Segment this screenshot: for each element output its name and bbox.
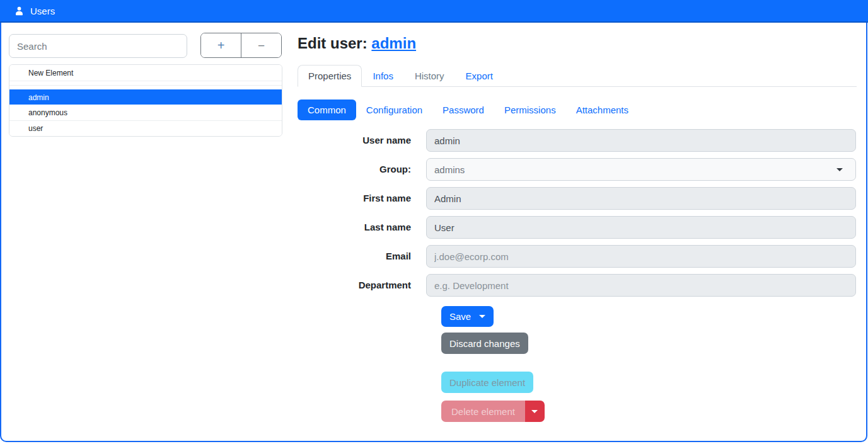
discard-changes-button[interactable]: Discard changes: [441, 333, 528, 354]
group-select[interactable]: admins: [426, 158, 856, 181]
save-button[interactable]: Save: [441, 306, 494, 327]
email-label: Email: [298, 245, 426, 268]
list-item-user[interactable]: user: [9, 120, 282, 136]
first-name-input[interactable]: [426, 187, 856, 210]
app-window: Users + − New Element admin anonymous us…: [0, 0, 868, 444]
form-row-username: User name: [298, 129, 856, 152]
app-title: Users: [30, 6, 55, 16]
add-element-button[interactable]: +: [201, 33, 241, 57]
group-select-value: admins: [434, 164, 465, 175]
list-item-spacer[interactable]: [9, 81, 282, 85]
user-name-input[interactable]: [426, 129, 856, 152]
user-form: User name Group: admins First name Last …: [298, 129, 856, 303]
subtab-configuration[interactable]: Configuration: [356, 100, 432, 120]
search-input[interactable]: [9, 34, 187, 58]
tab-bar: Properties Infos History Export: [298, 64, 857, 87]
list-item-spacer[interactable]: [9, 85, 282, 89]
app-header: Users: [0, 0, 868, 23]
form-row-lastname: Last name: [298, 216, 856, 239]
delete-element-button[interactable]: Delete element: [441, 401, 525, 422]
element-list: New Element admin anonymous user: [9, 64, 282, 137]
page-title: Edit user: admin: [298, 35, 416, 52]
form-row-firstname: First name: [298, 187, 856, 210]
subtab-common[interactable]: Common: [298, 100, 356, 120]
last-name-label: Last name: [298, 216, 426, 239]
form-row-group: Group: admins: [298, 158, 856, 181]
last-name-input[interactable]: [426, 216, 856, 239]
tab-export[interactable]: Export: [455, 65, 504, 87]
subtab-bar: Common Configuration Password Permission…: [298, 100, 639, 120]
form-row-email: Email: [298, 245, 856, 268]
caret-down-icon: [836, 168, 843, 171]
tab-properties[interactable]: Properties: [298, 65, 362, 87]
edited-user-link[interactable]: admin: [371, 35, 416, 52]
subtab-password[interactable]: Password: [432, 100, 494, 120]
form-actions: Save Discard changes Duplicate element D…: [441, 306, 545, 422]
caret-down-icon: [531, 410, 538, 413]
subtab-permissions[interactable]: Permissions: [494, 100, 566, 120]
department-label: Department: [298, 274, 426, 297]
tab-history[interactable]: History: [404, 65, 455, 87]
form-row-department: Department: [298, 274, 856, 297]
remove-element-button[interactable]: −: [241, 33, 281, 57]
email-field[interactable]: [426, 245, 856, 268]
department-field[interactable]: [426, 274, 856, 297]
list-item-new-element[interactable]: New Element: [9, 65, 282, 81]
list-item-anonymous[interactable]: anonymous: [9, 105, 282, 120]
save-label: Save: [449, 311, 471, 322]
group-label: Group:: [298, 158, 426, 181]
caret-down-icon: [479, 315, 485, 318]
delete-dropdown-toggle[interactable]: [525, 401, 545, 422]
list-toolbar: + −: [200, 33, 282, 58]
page-title-prefix: Edit user:: [298, 35, 367, 52]
users-icon: [14, 6, 25, 16]
first-name-label: First name: [298, 187, 426, 210]
subtab-attachments[interactable]: Attachments: [566, 100, 639, 120]
user-name-label: User name: [298, 129, 426, 152]
delete-element-split-button: Delete element: [441, 401, 545, 422]
list-item-admin[interactable]: admin: [9, 89, 282, 105]
tab-infos[interactable]: Infos: [362, 65, 404, 87]
duplicate-element-button[interactable]: Duplicate element: [441, 372, 533, 393]
